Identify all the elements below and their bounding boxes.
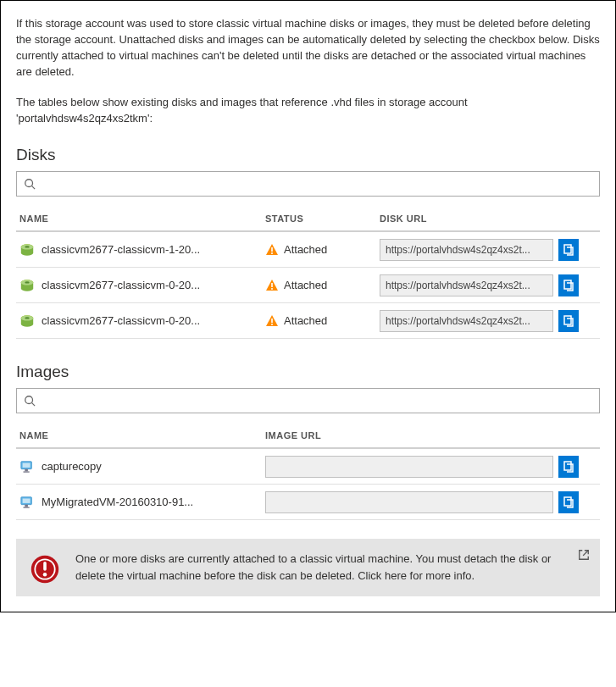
svg-rect-7: [564, 245, 571, 253]
svg-line-21: [32, 403, 36, 407]
copy-button[interactable]: [558, 491, 579, 513]
col-header-name: NAME: [19, 213, 265, 224]
disk-status-cell: Attached: [265, 314, 380, 328]
disk-row: classicvm2677-classicvm-1-20...Attached: [16, 232, 600, 268]
svg-point-20: [25, 396, 33, 404]
disk-url-input[interactable]: [380, 310, 553, 332]
svg-rect-5: [271, 247, 273, 252]
image-url-cell: [265, 491, 553, 513]
image-url-input[interactable]: [265, 456, 553, 478]
col-header-name: NAME: [19, 430, 265, 440]
svg-point-36: [43, 573, 47, 577]
disk-status: Attached: [284, 243, 327, 256]
image-row: capturecopy: [16, 449, 600, 485]
disks-table-header: NAME STATUS DISK URL: [16, 205, 600, 232]
svg-rect-23: [23, 463, 31, 467]
svg-rect-11: [271, 283, 273, 287]
image-name: MyMigratedVM-20160310-91...: [42, 496, 193, 508]
disk-url-input[interactable]: [380, 274, 553, 296]
images-search-input[interactable]: [41, 395, 592, 407]
svg-point-10: [25, 281, 29, 283]
disk-status-cell: Attached: [265, 243, 380, 257]
disk-url-input[interactable]: [380, 239, 553, 261]
subintro-text: The tables below show existing disks and…: [16, 95, 600, 127]
error-icon: [30, 554, 60, 585]
copy-button[interactable]: [558, 310, 579, 332]
copy-icon: [562, 496, 575, 509]
svg-rect-31: [564, 497, 571, 506]
svg-point-16: [25, 317, 29, 319]
disk-icon: [19, 313, 35, 329]
images-search-box[interactable]: [16, 388, 600, 413]
disk-icon: [19, 278, 35, 293]
copy-icon: [562, 460, 575, 474]
svg-rect-19: [564, 316, 571, 324]
disk-status: Attached: [284, 314, 327, 327]
alert-text: One or more disks are currently attached…: [75, 551, 586, 584]
alert-box[interactable]: One or more disks are currently attached…: [16, 539, 600, 596]
images-title: Images: [16, 363, 600, 381]
disk-status: Attached: [284, 279, 327, 291]
image-row: MyMigratedVM-20160310-91...: [16, 485, 600, 520]
svg-rect-13: [564, 280, 571, 289]
disk-name: classicvm2677-classicvm-0-20...: [42, 314, 200, 327]
copy-button[interactable]: [558, 239, 579, 261]
disk-url-cell: [380, 239, 553, 261]
svg-rect-29: [25, 504, 28, 507]
svg-rect-35: [43, 562, 47, 571]
svg-rect-25: [24, 471, 30, 472]
image-url-input[interactable]: [265, 491, 553, 513]
vm-image-icon: [19, 495, 35, 510]
image-name: capturecopy: [42, 460, 102, 473]
copy-icon: [562, 314, 575, 328]
image-name-cell: MyMigratedVM-20160310-91...: [19, 495, 265, 510]
disk-row: classicvm2677-classicvm-0-20...Attached: [16, 303, 600, 339]
warning-icon: [265, 243, 279, 257]
svg-line-1: [32, 186, 36, 190]
intro-text: If this storage account was used to stor…: [16, 16, 600, 80]
svg-rect-17: [271, 319, 273, 323]
disk-name-cell: classicvm2677-classicvm-1-20...: [19, 242, 265, 258]
image-url-cell: [265, 456, 553, 478]
svg-line-37: [583, 551, 588, 556]
svg-rect-26: [564, 462, 571, 470]
warning-icon: [265, 279, 279, 292]
svg-point-18: [271, 324, 273, 325]
svg-point-12: [271, 288, 273, 290]
copy-button[interactable]: [558, 456, 579, 478]
external-link-icon[interactable]: [578, 549, 590, 561]
copy-button[interactable]: [558, 274, 579, 296]
col-header-url: DISK URL: [380, 213, 553, 224]
svg-point-4: [25, 246, 29, 247]
images-table-header: NAME IMAGE URL: [16, 422, 600, 449]
disk-name-cell: classicvm2677-classicvm-0-20...: [19, 278, 265, 293]
vm-image-icon: [19, 459, 35, 474]
col-header-status: STATUS: [265, 213, 380, 224]
svg-rect-24: [25, 468, 28, 471]
disk-status-cell: Attached: [265, 279, 380, 292]
disk-url-cell: [380, 274, 553, 296]
copy-icon: [562, 279, 575, 292]
disk-row: classicvm2677-classicvm-0-20...Attached: [16, 268, 600, 303]
svg-point-0: [25, 180, 33, 187]
svg-rect-28: [23, 498, 31, 502]
disk-name: classicvm2677-classicvm-1-20...: [42, 243, 200, 256]
disk-name: classicvm2677-classicvm-0-20...: [42, 279, 200, 291]
disk-url-cell: [380, 310, 553, 332]
disk-icon: [19, 242, 35, 258]
disks-search-box[interactable]: [16, 171, 600, 197]
col-header-image-url: IMAGE URL: [265, 430, 553, 440]
svg-rect-30: [24, 507, 30, 507]
disks-title: Disks: [16, 146, 600, 164]
disk-name-cell: classicvm2677-classicvm-0-20...: [19, 313, 265, 329]
disks-search-input[interactable]: [41, 178, 592, 191]
search-icon: [24, 178, 36, 190]
image-name-cell: capturecopy: [19, 459, 265, 474]
warning-icon: [265, 314, 279, 328]
search-icon: [24, 395, 36, 407]
svg-point-6: [271, 252, 273, 254]
copy-icon: [562, 243, 575, 257]
